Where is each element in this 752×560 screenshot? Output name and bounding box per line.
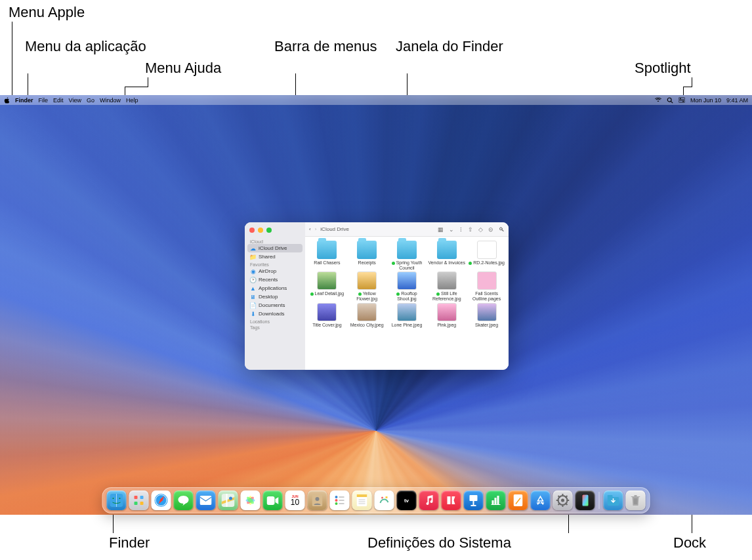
file-thumbnail (437, 271, 457, 290)
file-thumbnail (317, 271, 337, 290)
svg-rect-23 (267, 496, 275, 505)
dock-trash[interactable] (626, 490, 646, 510)
control-center-icon[interactable] (679, 97, 685, 104)
file-item[interactable]: RD.2-Notes.jpg (467, 241, 506, 270)
dock-calendar[interactable]: JUN10 (285, 490, 305, 510)
window-close-button[interactable] (249, 228, 255, 233)
dock-downloads[interactable] (604, 490, 623, 510)
menu-go[interactable]: Go (87, 97, 94, 104)
menu-view[interactable]: View (69, 97, 81, 104)
menu-window[interactable]: Window (100, 97, 121, 104)
dock-safari[interactable] (152, 490, 171, 510)
dock-tv[interactable]: tv (397, 490, 417, 510)
window-minimize-button[interactable] (258, 228, 263, 233)
file-item[interactable]: Leaf Detail.jpg (308, 271, 346, 301)
finder-window[interactable]: iCloud☁iCloud Drive📁SharedFavorites◉AirD… (245, 222, 509, 370)
forward-button[interactable]: › (315, 226, 317, 232)
menu-file[interactable]: File (39, 97, 49, 104)
dock-keynote[interactable] (464, 490, 484, 510)
window-zoom-button[interactable] (266, 228, 272, 233)
dock-freeform[interactable] (375, 490, 394, 510)
file-thumbnail (437, 303, 457, 321)
menubar-date[interactable]: Mon Jun 10 (690, 97, 721, 104)
calendar-day: 10 (291, 498, 299, 506)
sidebar-item-airdrop[interactable]: ◉AirDrop (247, 267, 303, 275)
file-label: Pink.jpeg (437, 323, 456, 328)
cloud-icon: ☁ (250, 245, 256, 251)
dock-music[interactable] (419, 490, 439, 510)
file-item[interactable]: Lone Pine.jpeg (388, 303, 427, 328)
dock-iphone-mirroring[interactable] (575, 490, 595, 510)
file-item[interactable]: Still Life Reference.jpg (427, 271, 466, 301)
dock-mail[interactable] (196, 490, 216, 510)
dock-facetime[interactable] (263, 490, 283, 510)
sidebar-item-documents[interactable]: 📄Documents (247, 301, 303, 310)
file-item[interactable]: Rail Chasers (308, 241, 346, 270)
file-item[interactable]: Mexico City.jpeg (348, 303, 386, 328)
sidebar-item-shared[interactable]: 📁Shared (247, 252, 303, 261)
sidebar-item-downloads[interactable]: ⬇Downloads (247, 310, 303, 318)
dock-finder[interactable] (107, 490, 127, 510)
file-item[interactable]: Vendor & Invoices (427, 241, 466, 270)
finder-sidebar: iCloud☁iCloud Drive📁SharedFavorites◉AirD… (245, 222, 305, 370)
tag-icon[interactable]: ◇ (478, 226, 483, 233)
menubar: Finder File Edit View Go Window Help Mon… (0, 95, 752, 105)
sidebar-item-recents[interactable]: 🕑Recents (247, 275, 303, 284)
dock-contacts[interactable] (308, 490, 327, 510)
apple-menu-icon[interactable] (4, 97, 10, 104)
finder-content[interactable]: Rail ChasersReceiptsSpring Youth Council… (305, 237, 509, 370)
clock-icon: 🕑 (250, 277, 256, 283)
svg-point-49 (561, 499, 564, 502)
sort-icon[interactable]: ⫶ (459, 226, 463, 233)
callout-dock: Dock (673, 534, 706, 551)
group-icon[interactable]: ⌄ (449, 226, 454, 233)
file-label: Mexico City.jpeg (350, 323, 384, 328)
file-item[interactable]: Title Cover.jpg (308, 303, 346, 328)
folder-icon (437, 241, 457, 259)
sidebar-section-icloud: iCloud (247, 238, 303, 244)
dock-photos[interactable] (241, 490, 261, 510)
dock-messages[interactable] (174, 490, 194, 510)
share-icon[interactable]: ⇧ (468, 226, 473, 233)
menu-help[interactable]: Help (126, 97, 138, 104)
file-item[interactable]: Spring Youth Council (388, 241, 427, 270)
file-item[interactable]: Fall Scents Outline.pages (467, 271, 506, 301)
folder-icon (317, 241, 337, 259)
menu-edit[interactable]: Edit (53, 97, 64, 104)
file-label: Vendor & Invoices (428, 260, 465, 266)
dock-launchpad[interactable] (129, 490, 149, 510)
svg-rect-44 (495, 498, 497, 504)
file-item[interactable]: Skater.jpeg (467, 303, 506, 328)
sidebar-item-icloud-drive[interactable]: ☁iCloud Drive (247, 244, 303, 252)
callout-system-settings: Definições do Sistema (367, 534, 511, 551)
file-item[interactable]: Yellow Flower.jpg (348, 271, 386, 301)
file-item[interactable]: Receipts (348, 241, 386, 270)
back-button[interactable]: ‹ (309, 226, 311, 232)
sidebar-item-desktop[interactable]: 🖥Desktop (247, 292, 303, 301)
spotlight-icon[interactable] (667, 97, 673, 104)
view-mode-icon[interactable]: ▦ (438, 226, 444, 233)
wifi-icon[interactable] (655, 97, 661, 104)
dock-notes[interactable] (352, 490, 372, 510)
file-label: Receipts (358, 260, 376, 266)
dock-separator (599, 492, 600, 509)
file-item[interactable]: Pink.jpeg (427, 303, 466, 328)
svg-rect-40 (470, 495, 478, 501)
dock-system-settings[interactable] (553, 490, 573, 510)
sidebar-item-applications[interactable]: ▲Applications (247, 284, 303, 292)
file-thumbnail (477, 271, 497, 290)
file-item[interactable]: Rooftop Shoot.jpg (388, 271, 427, 301)
action-icon[interactable]: ⊝ (488, 226, 493, 233)
search-icon[interactable]: 🔍︎ (499, 226, 505, 233)
app-menu[interactable]: Finder (15, 97, 33, 104)
sidebar-section-tags: Tags (247, 324, 303, 330)
sidebar-item-label: Downloads (259, 311, 285, 317)
dock-appstore[interactable] (531, 490, 551, 510)
dock-maps[interactable] (219, 490, 238, 510)
menubar-time[interactable]: 9:41 AM (726, 97, 748, 104)
dock-reminders[interactable] (330, 490, 350, 510)
file-label: RD.2-Notes.jpg (469, 260, 505, 266)
dock-numbers[interactable] (486, 490, 506, 510)
dock-pages[interactable] (509, 490, 528, 510)
dock-news[interactable] (442, 490, 461, 510)
